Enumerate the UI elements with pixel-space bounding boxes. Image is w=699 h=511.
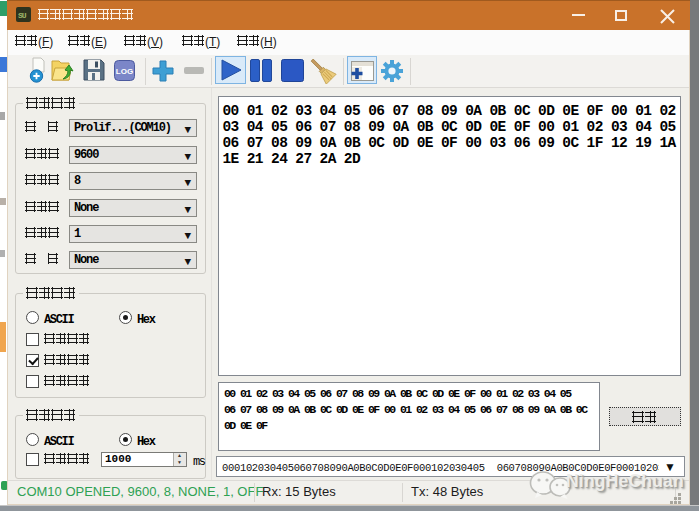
svg-text:LOG: LOG (116, 67, 133, 76)
